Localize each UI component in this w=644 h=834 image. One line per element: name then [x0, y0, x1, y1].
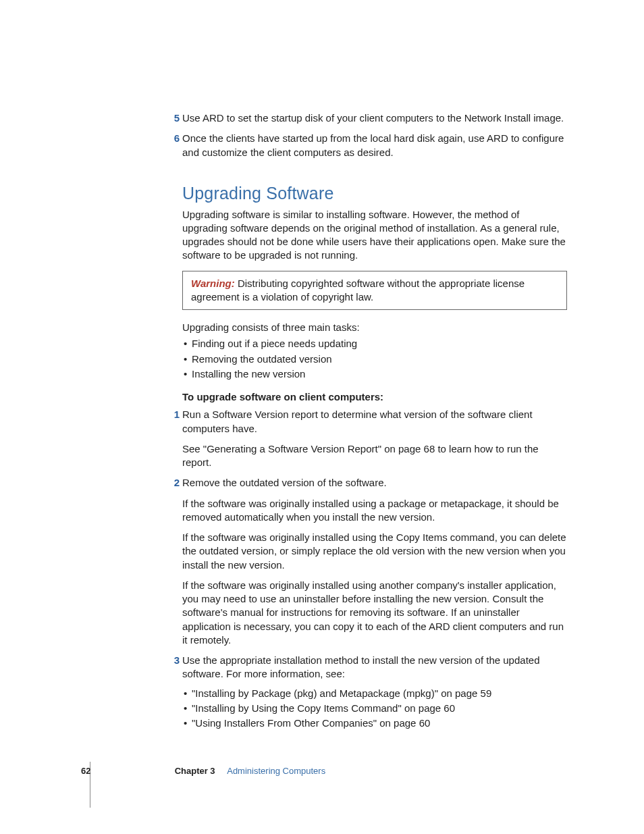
intro-paragraph: Upgrading software is similar to install… [182, 208, 567, 263]
step-text: Remove the outdated version of the softw… [182, 476, 567, 490]
page-content: 5 Use ARD to set the startup disk of you… [182, 111, 567, 739]
step-number: 3 [167, 654, 180, 667]
step-text: Use the appropriate installation method … [182, 654, 567, 681]
xref-item: "Installing by Using the Copy Items Comm… [182, 702, 567, 715]
step-3: 3 Use the appropriate installation metho… [182, 654, 567, 730]
step-sub: If the software was originally installed… [182, 531, 567, 572]
step-bullets: "Installing by Package (pkg) and Metapac… [182, 687, 567, 731]
task-item: Removing the outdated version [182, 353, 567, 366]
warning-text: Distributing copyrighted software withou… [191, 278, 525, 303]
procedure-heading: To upgrade software on client computers: [182, 390, 567, 404]
step-number: 2 [167, 476, 180, 490]
step-1: 1 Run a Software Version report to deter… [182, 408, 567, 469]
step-number: 1 [167, 408, 180, 421]
step-number: 5 [167, 111, 180, 125]
tasks-list: Finding out if a piece needs updating Re… [182, 337, 567, 381]
step-sub: See "Generating a Software Version Repor… [182, 442, 567, 470]
prior-step-6: 6 Once the clients have started up from … [182, 132, 567, 159]
xref-item: "Installing by Package (pkg) and Metapac… [182, 687, 567, 700]
xref-item: "Using Installers From Other Companies" … [182, 716, 567, 730]
task-item: Installing the new version [182, 367, 567, 381]
tasks-lead: Upgrading consists of three main tasks: [182, 321, 567, 334]
warning-label: Warning: [191, 278, 235, 289]
page-footer: 62 Chapter 3 Administering Computers [81, 765, 567, 777]
step-2: 2 Remove the outdated version of the sof… [182, 476, 567, 647]
warning-box: Warning: Distributing copyrighted softwa… [182, 271, 567, 311]
step-text: Once the clients have started up from th… [182, 132, 564, 157]
step-sub: If the software was originally installed… [182, 579, 567, 647]
step-text: Run a Software Version report to determi… [182, 408, 567, 436]
chapter-title: Administering Computers [227, 766, 325, 776]
task-item: Finding out if a piece needs updating [182, 337, 567, 350]
step-text: Use ARD to set the startup disk of your … [182, 112, 564, 124]
page-number: 62 [81, 765, 172, 777]
step-number: 6 [167, 132, 180, 145]
step-sub: If the software was originally installed… [182, 497, 567, 525]
prior-step-5: 5 Use ARD to set the startup disk of you… [182, 111, 567, 125]
section-heading: Upgrading Software [182, 182, 567, 205]
chapter-label: Chapter 3 [175, 766, 215, 776]
